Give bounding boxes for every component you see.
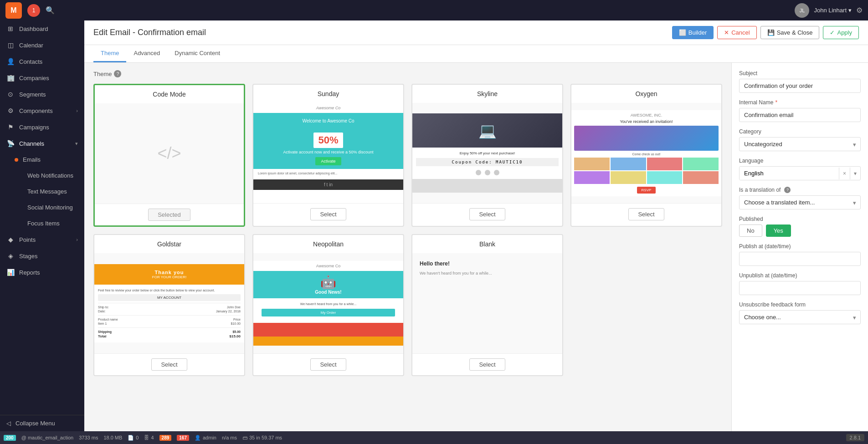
published-field-group: Published No Yes bbox=[739, 216, 861, 237]
sidebar-item-social-monitoring[interactable]: Social Monitoring bbox=[0, 199, 84, 215]
subject-input[interactable] bbox=[739, 79, 861, 93]
language-label: Language bbox=[739, 158, 861, 164]
sidebar-item-label: Reports bbox=[19, 269, 78, 276]
internal-name-input[interactable] bbox=[739, 108, 861, 122]
theme-select-button[interactable]: Select bbox=[310, 358, 346, 371]
apply-button[interactable]: ✓ Apply bbox=[823, 26, 859, 39]
unsubscribe-select-wrapper: Choose one... bbox=[739, 310, 861, 324]
category-select-wrapper: Uncategorized bbox=[739, 137, 861, 151]
status-url-badge: 200 bbox=[4, 435, 16, 441]
translation-help-icon[interactable]: ? bbox=[784, 187, 791, 193]
builder-button[interactable]: ⬜ Builder bbox=[672, 26, 714, 39]
sidebar-item-stages[interactable]: ◈ Stages bbox=[0, 248, 84, 264]
neo-body: We haven't heard from you for a while...… bbox=[253, 298, 403, 323]
cancel-button[interactable]: ✕ Cancel bbox=[717, 26, 756, 39]
goldstar-intro: Feel free to review your order below or … bbox=[98, 288, 241, 293]
sidebar-item-focus-items[interactable]: Focus Items bbox=[0, 215, 84, 231]
theme-card-blank[interactable]: Blank Hello there! We haven't heard from… bbox=[411, 234, 563, 376]
unsubscribe-select[interactable]: Choose one... bbox=[739, 310, 861, 324]
theme-select-button[interactable]: Select bbox=[469, 358, 505, 371]
alert-bell[interactable]: 1 bbox=[27, 4, 40, 17]
language-clear-btn[interactable]: × bbox=[839, 168, 850, 179]
theme-select-button[interactable]: Select bbox=[151, 358, 187, 371]
divider3 bbox=[98, 327, 241, 328]
theme-select-button[interactable]: Select bbox=[310, 208, 346, 220]
photo6 bbox=[611, 171, 646, 184]
translation-select[interactable]: Choose a translated item... bbox=[739, 195, 861, 209]
search-icon[interactable]: 🔍 bbox=[46, 6, 55, 15]
active-dot bbox=[15, 158, 18, 162]
dot2 bbox=[485, 170, 490, 175]
hello-text: Hello there! bbox=[420, 260, 450, 267]
mautic-logo[interactable]: M bbox=[5, 2, 22, 19]
tab-dynamic-content[interactable]: Dynamic Content bbox=[167, 45, 227, 62]
sidebar-item-reports[interactable]: 📊 Reports bbox=[0, 264, 84, 281]
sidebar-item-campaigns[interactable]: ⚑ Campaigns bbox=[0, 119, 84, 135]
avatar: JL bbox=[795, 3, 809, 18]
campaigns-icon: ⚑ bbox=[6, 123, 15, 131]
topbar: M 1 🔍 JL John Linhart ▾ ⚙ bbox=[0, 0, 868, 20]
oxygen-cta: RSVP bbox=[637, 187, 656, 194]
language-field-group: Language × ▾ bbox=[739, 158, 861, 180]
publish-at-input[interactable] bbox=[739, 252, 861, 266]
sidebar-item-dashboard[interactable]: ⊞ Dashboard bbox=[0, 20, 84, 37]
sidebar-item-calendar[interactable]: ◫ Calendar bbox=[0, 37, 84, 53]
theme-card-sunday[interactable]: Sunday Awesome Co Welcome to Awesome Co … bbox=[252, 84, 404, 227]
sunday-footer: f t in bbox=[253, 179, 403, 190]
account-btn: MY ACCOUNT bbox=[98, 294, 241, 301]
goldstar-body: Feel free to review your order below or … bbox=[94, 285, 244, 343]
sidebar-item-contacts[interactable]: 👤 Contacts bbox=[0, 53, 84, 70]
photo1 bbox=[574, 158, 610, 170]
sunday-logo-bar: Awesome Co bbox=[262, 103, 394, 113]
theme-card-code-mode[interactable]: Code Mode </> Selected bbox=[93, 84, 245, 227]
status-mem: 18.0 MB bbox=[103, 435, 122, 440]
help-icon[interactable]: ? bbox=[114, 70, 121, 77]
sidebar: ⊞ Dashboard ◫ Calendar 👤 Contacts 🏢 Comp… bbox=[0, 20, 84, 431]
language-dropdown-btn[interactable]: ▾ bbox=[850, 168, 860, 179]
sidebar-item-points[interactable]: ◆ Points › bbox=[0, 231, 84, 248]
sidebar-item-segments[interactable]: ⊙ Segments bbox=[0, 86, 84, 102]
tab-theme[interactable]: Theme bbox=[93, 45, 126, 62]
theme-card-oxygen[interactable]: Oxygen AWESOME, INC. You've received an … bbox=[570, 84, 722, 227]
published-yes-btn[interactable]: Yes bbox=[766, 225, 791, 237]
unsubscribe-field-group: Unsubscribe feedback form Choose one... bbox=[739, 301, 861, 324]
unpublish-at-input[interactable] bbox=[739, 281, 861, 295]
translation-field-group: Is a translation of ? Choose a translate… bbox=[739, 187, 861, 209]
theme-select-button[interactable]: Select bbox=[469, 208, 505, 220]
version-label: 2.8.1 bbox=[846, 434, 864, 441]
save-close-button[interactable]: 💾 Save & Close bbox=[760, 26, 820, 39]
gear-icon[interactable]: ⚙ bbox=[856, 6, 863, 15]
sidebar-item-label: Campaigns bbox=[19, 124, 78, 131]
theme-footer: Select bbox=[94, 353, 244, 375]
grand-total-row: Total$15.00 bbox=[98, 334, 241, 339]
sidebar-item-components[interactable]: ⚙ Components › bbox=[0, 102, 84, 119]
sidebar-item-companies[interactable]: 🏢 Companies bbox=[0, 70, 84, 86]
order-row4: Item 1$10.00 bbox=[98, 322, 241, 326]
sidebar-item-channels[interactable]: 📡 Channels ▾ bbox=[0, 135, 84, 152]
theme-select-button[interactable]: Selected bbox=[148, 209, 190, 221]
laptop-emoji: 💻 bbox=[478, 122, 497, 139]
companies-icon: 🏢 bbox=[6, 74, 15, 82]
sidebar-item-label: Segments bbox=[19, 91, 78, 98]
category-select[interactable]: Uncategorized bbox=[739, 137, 861, 151]
theme-title: Code Mode bbox=[95, 85, 244, 103]
photo3 bbox=[647, 158, 683, 170]
goldstar-outer: Thank you FOR YOUR ORDER! Feel free to r… bbox=[94, 264, 244, 343]
user-menu[interactable]: John Linhart ▾ bbox=[814, 7, 852, 14]
tab-advanced[interactable]: Advanced bbox=[126, 45, 167, 62]
theme-card-neopolitan[interactable]: Neopolitan Awesome Co 🤖 Good News! We ha… bbox=[252, 234, 404, 376]
sidebar-item-text-messages[interactable]: Text Messages bbox=[0, 184, 84, 199]
theme-footer: Select bbox=[571, 203, 721, 225]
dot1 bbox=[476, 170, 481, 175]
theme-select-button[interactable]: Select bbox=[628, 208, 664, 220]
published-no-btn[interactable]: No bbox=[739, 225, 762, 237]
chevron-down-icon: ▾ bbox=[75, 141, 78, 147]
theme-card-skyline[interactable]: Skyline 💻 Enjoy 50% off your next purcha… bbox=[411, 84, 563, 227]
sidebar-item-web-notifications[interactable]: Web Notifications bbox=[0, 168, 84, 184]
sidebar-item-emails[interactable]: Emails bbox=[0, 152, 84, 168]
collapse-menu[interactable]: ◁ Collapse Menu bbox=[0, 415, 84, 431]
theme-card-goldstar[interactable]: Goldstar Thank you FOR YOUR ORDER! Feel … bbox=[93, 234, 245, 376]
publish-at-label: Publish at (date/time) bbox=[739, 243, 861, 250]
theme-title: Skyline bbox=[412, 85, 562, 103]
language-input[interactable] bbox=[740, 167, 839, 180]
